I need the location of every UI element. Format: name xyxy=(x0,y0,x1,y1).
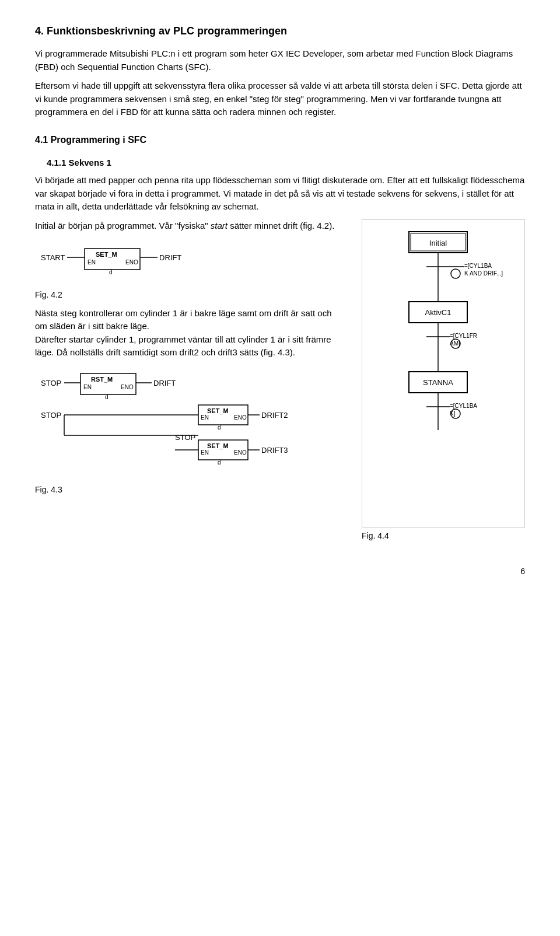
initial-text-italic: start xyxy=(211,221,228,230)
fig42-en-label: EN xyxy=(88,259,96,266)
fig43-label: Fig. 4.3 xyxy=(35,484,344,496)
left-column: Initial är början på programmet. Vår "fy… xyxy=(35,219,344,549)
page-title: 4. Funktionsbeskrivning av PLC programme… xyxy=(35,23,525,39)
next-step-paragraph: Nästa steg kontrollerar om cylinder 1 är… xyxy=(35,307,344,359)
fig44-trans3-text2: K] xyxy=(450,410,456,417)
fig43-drift-label: DRIFT xyxy=(153,379,176,387)
fig44-initial-label: Initial xyxy=(429,239,447,247)
fig42-start-label: START xyxy=(41,253,65,262)
title-text: Funktionsbeskrivning av PLC programmerin… xyxy=(47,25,287,37)
fig42-eno-label: ENO xyxy=(125,259,138,266)
page-number: 6 xyxy=(35,565,525,578)
fig43b-eno2-label: ENO xyxy=(234,449,247,456)
fig43b-eno1-label: ENO xyxy=(234,414,247,421)
fig44-contact1 xyxy=(451,269,460,278)
fig43-stop-label: STOP xyxy=(41,379,61,387)
fig42-diagram: START SET_M EN ENO d DRIFT xyxy=(35,238,344,283)
fig44-trans2-text2: AM] xyxy=(450,340,460,347)
fig43-diagrams: STOP RST_M EN ENO d DRIFT STOP SET_M EN … xyxy=(35,365,344,478)
fig44-trans1-text: =[CYL1BA xyxy=(464,263,492,269)
fig42-output-label: DRIFT xyxy=(159,253,181,262)
fig42-block-label: SET_M xyxy=(96,251,117,258)
seq1-paragraph: Vi började att med papper och penna rita… xyxy=(35,174,525,214)
section-number: 4. xyxy=(35,25,44,37)
right-column: Initial =[CYL1BA K AND DRIF...] Akti xyxy=(362,219,525,549)
fig44-label: Fig. 4.4 xyxy=(362,530,525,542)
initial-text-p1b: sätter minnet drift (fig. 4.2). xyxy=(228,221,334,230)
fig44-stanna-label: STANNA xyxy=(423,378,453,387)
section-41-heading: 4.1 Programmering i SFC xyxy=(35,133,525,147)
fig43b-row2-svg: SET_M EN ENO d DRIFT3 xyxy=(35,439,327,474)
fig44-trans1-text2: K AND DRIF...] xyxy=(464,270,503,277)
fig43b-drift2-label: DRIFT2 xyxy=(261,411,288,420)
fig43b-en2-label: EN xyxy=(201,449,209,456)
fig43b-block1-label: SET_M xyxy=(207,407,229,414)
initial-text: Initial är början på programmet. Vår "fy… xyxy=(35,219,344,233)
fig43-en-label: EN xyxy=(83,384,92,390)
fig43b-stop1-label: STOP xyxy=(41,411,61,420)
fig43b-en1-label: EN xyxy=(201,414,209,421)
fig42-svg: START SET_M EN ENO d DRIFT xyxy=(35,238,233,279)
fig44-container: Initial =[CYL1BA K AND DRIF...] Akti xyxy=(362,219,525,528)
intro-paragraph-2: Eftersom vi hade till uppgift att sekven… xyxy=(35,79,525,119)
fig44-trans2-text: =[CYL1FR xyxy=(450,333,477,339)
fig43-svg: STOP RST_M EN ENO d DRIFT STOP SET_M EN … xyxy=(35,365,327,441)
fig43-block-label: RST_M xyxy=(91,376,113,383)
fig43b-drift3-label: DRIFT3 xyxy=(261,446,288,455)
fig43-d-label: d xyxy=(105,394,108,400)
fig42-d-label: d xyxy=(109,269,113,275)
fig43-eno-label: ENO xyxy=(121,384,134,390)
fig43b-block2-label: SET_M xyxy=(207,442,229,449)
fig44-trans3-text: =[CYL1BA xyxy=(450,403,477,409)
initial-text-p1: Initial är början på programmet. Vår "fy… xyxy=(35,221,211,230)
fig44-aktivc1-label: AktivC1 xyxy=(425,308,452,317)
two-column-section: Initial är början på programmet. Vår "fy… xyxy=(35,219,525,549)
section-411-heading: 4.1.1 Sekvens 1 xyxy=(35,156,525,170)
intro-paragraph-1: Vi programmerade Mitsubishi PLC:n i ett … xyxy=(35,47,525,74)
fig44-sfc-svg: Initial =[CYL1BA K AND DRIF...] Akti xyxy=(368,226,508,518)
fig43b-d2-label: d xyxy=(218,459,221,466)
fig43b-d1-label: d xyxy=(218,424,221,431)
fig42-label: Fig. 4.2 xyxy=(35,289,344,301)
